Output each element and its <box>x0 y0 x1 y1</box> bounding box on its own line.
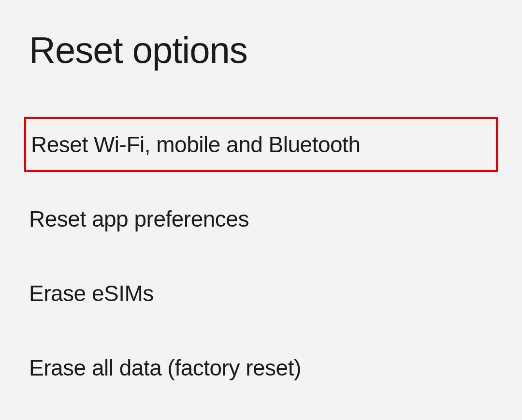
page-title: Reset options <box>0 0 522 71</box>
list-item-label: Reset app preferences <box>29 206 249 232</box>
list-item-erase-all-data[interactable]: Erase all data (factory reset) <box>0 340 522 395</box>
list-item-label: Erase eSIMs <box>29 281 154 306</box>
list-item-label: Erase all data (factory reset) <box>29 355 301 380</box>
list-item-erase-esims[interactable]: Erase eSIMs <box>0 266 522 321</box>
list-item-reset-network[interactable]: Reset Wi-Fi, mobile and Bluetooth <box>24 117 498 172</box>
list-item-label: Reset Wi-Fi, mobile and Bluetooth <box>31 132 360 157</box>
list-item-reset-app-prefs[interactable]: Reset app preferences <box>0 191 522 246</box>
reset-options-list: Reset Wi-Fi, mobile and Bluetooth Reset … <box>0 117 522 415</box>
